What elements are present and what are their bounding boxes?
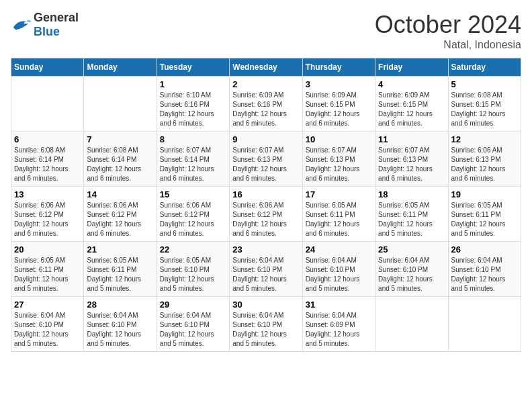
day-number: 13 bbox=[14, 189, 81, 199]
calendar-week-4: 20Sunrise: 6:05 AMSunset: 6:11 PMDayligh… bbox=[11, 242, 521, 297]
day-number: 6 bbox=[14, 134, 81, 144]
day-number: 11 bbox=[378, 134, 445, 144]
day-info: Sunrise: 6:05 AMSunset: 6:11 PMDaylight:… bbox=[306, 201, 372, 238]
day-number: 1 bbox=[160, 79, 226, 89]
day-number: 10 bbox=[306, 134, 372, 144]
day-info: Sunrise: 6:04 AMSunset: 6:10 PMDaylight:… bbox=[378, 256, 445, 293]
calendar-week-2: 6Sunrise: 6:08 AMSunset: 6:14 PMDaylight… bbox=[11, 132, 521, 187]
calendar-table: Sunday Monday Tuesday Wednesday Thursday… bbox=[11, 58, 521, 352]
calendar-cell: 31Sunrise: 6:04 AMSunset: 6:09 PMDayligh… bbox=[302, 297, 375, 352]
day-info: Sunrise: 6:07 AMSunset: 6:14 PMDaylight:… bbox=[160, 146, 226, 183]
day-number: 5 bbox=[451, 79, 518, 89]
calendar-week-5: 27Sunrise: 6:04 AMSunset: 6:10 PMDayligh… bbox=[11, 297, 521, 352]
day-number: 25 bbox=[378, 244, 445, 255]
calendar-cell bbox=[11, 77, 84, 132]
day-info: Sunrise: 6:06 AMSunset: 6:13 PMDaylight:… bbox=[451, 146, 518, 183]
day-info: Sunrise: 6:04 AMSunset: 6:10 PMDaylight:… bbox=[232, 311, 299, 349]
day-info: Sunrise: 6:04 AMSunset: 6:10 PMDaylight:… bbox=[87, 311, 153, 349]
day-info: Sunrise: 6:06 AMSunset: 6:12 PMDaylight:… bbox=[232, 201, 299, 238]
day-info: Sunrise: 6:04 AMSunset: 6:10 PMDaylight:… bbox=[160, 311, 226, 349]
calendar-header: Sunday Monday Tuesday Wednesday Thursday… bbox=[11, 58, 521, 77]
header-wednesday: Wednesday bbox=[230, 58, 302, 77]
calendar-cell: 7Sunrise: 6:08 AMSunset: 6:14 PMDaylight… bbox=[84, 132, 157, 187]
calendar-cell: 4Sunrise: 6:09 AMSunset: 6:15 PMDaylight… bbox=[375, 77, 448, 132]
calendar-cell: 6Sunrise: 6:08 AMSunset: 6:14 PMDaylight… bbox=[11, 132, 84, 187]
day-number: 18 bbox=[378, 189, 445, 199]
logo-text: General Blue bbox=[34, 11, 79, 39]
calendar-cell: 11Sunrise: 6:07 AMSunset: 6:13 PMDayligh… bbox=[375, 132, 448, 187]
day-info: Sunrise: 6:08 AMSunset: 6:14 PMDaylight:… bbox=[14, 146, 81, 183]
day-info: Sunrise: 6:05 AMSunset: 6:11 PMDaylight:… bbox=[451, 201, 518, 238]
calendar-cell: 3Sunrise: 6:09 AMSunset: 6:15 PMDaylight… bbox=[302, 77, 375, 132]
calendar-cell: 26Sunrise: 6:04 AMSunset: 6:10 PMDayligh… bbox=[448, 242, 521, 297]
day-info: Sunrise: 6:07 AMSunset: 6:13 PMDaylight:… bbox=[232, 146, 299, 183]
day-info: Sunrise: 6:04 AMSunset: 6:09 PMDaylight:… bbox=[306, 311, 372, 349]
day-number: 15 bbox=[160, 189, 226, 199]
calendar-cell: 10Sunrise: 6:07 AMSunset: 6:13 PMDayligh… bbox=[302, 132, 375, 187]
day-number: 4 bbox=[378, 79, 445, 89]
day-number: 22 bbox=[160, 244, 226, 255]
day-info: Sunrise: 6:08 AMSunset: 6:15 PMDaylight:… bbox=[451, 91, 518, 128]
calendar-body: 1Sunrise: 6:10 AMSunset: 6:16 PMDaylight… bbox=[11, 77, 521, 352]
day-info: Sunrise: 6:06 AMSunset: 6:12 PMDaylight:… bbox=[14, 201, 81, 238]
location-title: Natal, Indonesia bbox=[375, 39, 521, 51]
day-number: 27 bbox=[14, 300, 81, 310]
day-info: Sunrise: 6:05 AMSunset: 6:11 PMDaylight:… bbox=[378, 201, 445, 238]
calendar-cell: 25Sunrise: 6:04 AMSunset: 6:10 PMDayligh… bbox=[375, 242, 448, 297]
header-monday: Monday bbox=[84, 58, 157, 77]
calendar-cell bbox=[375, 297, 448, 352]
calendar-cell: 20Sunrise: 6:05 AMSunset: 6:11 PMDayligh… bbox=[11, 242, 84, 297]
calendar-cell: 15Sunrise: 6:06 AMSunset: 6:12 PMDayligh… bbox=[157, 187, 229, 242]
page-header: General Blue October 2024 Natal, Indones… bbox=[11, 11, 521, 51]
calendar-cell bbox=[84, 77, 157, 132]
day-info: Sunrise: 6:04 AMSunset: 6:10 PMDaylight:… bbox=[14, 311, 81, 349]
calendar-cell: 24Sunrise: 6:04 AMSunset: 6:10 PMDayligh… bbox=[302, 242, 375, 297]
day-info: Sunrise: 6:04 AMSunset: 6:10 PMDaylight:… bbox=[451, 256, 518, 293]
calendar-cell: 8Sunrise: 6:07 AMSunset: 6:14 PMDaylight… bbox=[157, 132, 229, 187]
calendar-week-3: 13Sunrise: 6:06 AMSunset: 6:12 PMDayligh… bbox=[11, 187, 521, 242]
day-number: 16 bbox=[232, 189, 299, 199]
day-number: 12 bbox=[451, 134, 518, 144]
header-friday: Friday bbox=[375, 58, 448, 77]
calendar-cell: 30Sunrise: 6:04 AMSunset: 6:10 PMDayligh… bbox=[230, 297, 302, 352]
calendar-cell: 22Sunrise: 6:05 AMSunset: 6:10 PMDayligh… bbox=[157, 242, 229, 297]
logo-general: General bbox=[34, 11, 79, 24]
day-number: 14 bbox=[87, 189, 153, 199]
day-info: Sunrise: 6:04 AMSunset: 6:10 PMDaylight:… bbox=[306, 256, 372, 293]
calendar-cell: 21Sunrise: 6:05 AMSunset: 6:11 PMDayligh… bbox=[84, 242, 157, 297]
calendar-cell: 27Sunrise: 6:04 AMSunset: 6:10 PMDayligh… bbox=[11, 297, 84, 352]
day-number: 20 bbox=[14, 244, 81, 255]
calendar-cell: 1Sunrise: 6:10 AMSunset: 6:16 PMDaylight… bbox=[157, 77, 229, 132]
day-info: Sunrise: 6:10 AMSunset: 6:16 PMDaylight:… bbox=[160, 91, 226, 128]
logo: General Blue bbox=[11, 11, 79, 39]
calendar-cell: 5Sunrise: 6:08 AMSunset: 6:15 PMDaylight… bbox=[448, 77, 521, 132]
calendar-cell: 23Sunrise: 6:04 AMSunset: 6:10 PMDayligh… bbox=[230, 242, 302, 297]
day-number: 3 bbox=[306, 79, 372, 89]
day-number: 7 bbox=[87, 134, 153, 144]
day-number: 17 bbox=[306, 189, 372, 199]
day-number: 30 bbox=[232, 300, 299, 310]
day-number: 2 bbox=[232, 79, 299, 89]
day-number: 19 bbox=[451, 189, 518, 199]
day-info: Sunrise: 6:07 AMSunset: 6:13 PMDaylight:… bbox=[378, 146, 445, 183]
day-info: Sunrise: 6:07 AMSunset: 6:13 PMDaylight:… bbox=[306, 146, 372, 183]
header-thursday: Thursday bbox=[302, 58, 375, 77]
header-saturday: Saturday bbox=[448, 58, 521, 77]
day-number: 23 bbox=[232, 244, 299, 255]
calendar-cell: 2Sunrise: 6:09 AMSunset: 6:16 PMDaylight… bbox=[230, 77, 302, 132]
logo-blue: Blue bbox=[34, 25, 60, 38]
day-number: 31 bbox=[306, 300, 372, 310]
calendar-cell: 16Sunrise: 6:06 AMSunset: 6:12 PMDayligh… bbox=[230, 187, 302, 242]
logo-bird-icon bbox=[11, 17, 31, 33]
calendar-cell: 13Sunrise: 6:06 AMSunset: 6:12 PMDayligh… bbox=[11, 187, 84, 242]
calendar-cell: 12Sunrise: 6:06 AMSunset: 6:13 PMDayligh… bbox=[448, 132, 521, 187]
day-number: 29 bbox=[160, 300, 226, 310]
day-info: Sunrise: 6:08 AMSunset: 6:14 PMDaylight:… bbox=[87, 146, 153, 183]
day-number: 28 bbox=[87, 300, 153, 310]
calendar-cell bbox=[448, 297, 521, 352]
calendar-cell: 18Sunrise: 6:05 AMSunset: 6:11 PMDayligh… bbox=[375, 187, 448, 242]
calendar-cell: 28Sunrise: 6:04 AMSunset: 6:10 PMDayligh… bbox=[84, 297, 157, 352]
day-info: Sunrise: 6:09 AMSunset: 6:15 PMDaylight:… bbox=[306, 91, 372, 128]
day-info: Sunrise: 6:09 AMSunset: 6:16 PMDaylight:… bbox=[232, 91, 299, 128]
day-number: 9 bbox=[232, 134, 299, 144]
